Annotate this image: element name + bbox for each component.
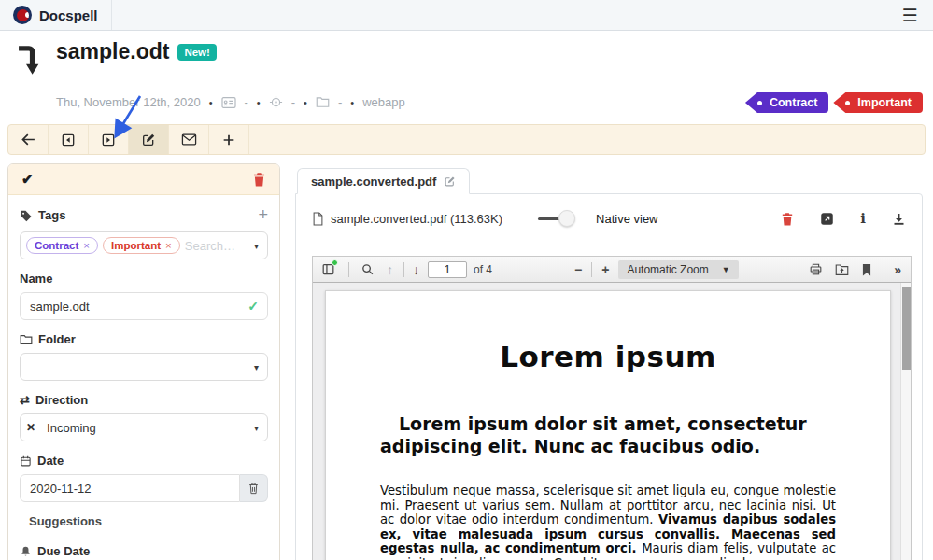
native-view-toggle[interactable]	[538, 210, 581, 227]
info-icon[interactable]: i	[860, 210, 866, 227]
remove-tag-icon[interactable]: ×	[165, 240, 172, 251]
date-input-group	[20, 474, 268, 502]
zoom-out-icon[interactable]: −	[574, 262, 582, 277]
open-file-icon[interactable]	[835, 263, 849, 276]
open-external-icon[interactable]	[820, 212, 834, 226]
attachment-tab[interactable]: sample.converted.pdf	[297, 168, 470, 194]
bookmark-icon[interactable]	[861, 263, 872, 276]
bullet-separator: •	[257, 97, 261, 108]
page-up-icon[interactable]: ↑	[387, 262, 393, 277]
download-icon[interactable]	[892, 212, 906, 226]
page-count-label: of 4	[474, 263, 492, 276]
edit-metadata-panel: ✔ Tags + Contract× Important× ▾	[7, 163, 280, 560]
crosshair-icon	[269, 95, 283, 109]
source-value: webapp	[362, 95, 405, 109]
chevron-down-icon: ▼	[722, 265, 730, 274]
address-card-icon	[221, 96, 236, 109]
print-icon[interactable]	[809, 262, 823, 276]
item-header: sample.odt New! Thu, November 12th, 2020…	[0, 32, 933, 93]
delete-item-icon[interactable]	[252, 172, 266, 187]
direction-field-label: ⇄ Direction	[20, 393, 268, 407]
attachment-file-label: sample.converted.pdf (113.63K)	[331, 212, 502, 226]
remove-tag-icon[interactable]: ×	[83, 240, 90, 251]
edit-name-icon[interactable]	[444, 175, 456, 188]
direction-select[interactable]: ✕ Incoming ▾	[20, 413, 268, 441]
native-view-label: Native view	[596, 212, 657, 226]
bullet-separator: •	[304, 97, 307, 108]
chevron-down-icon[interactable]: ▾	[254, 423, 259, 433]
level-down-icon	[13, 41, 45, 78]
more-tools-icon[interactable]: »	[894, 262, 901, 277]
bullet-separator: •	[350, 97, 354, 108]
pdf-doc-paragraph: Vestibulum neque massa, scelerisque sit …	[380, 483, 836, 560]
attachment-tab-label: sample.converted.pdf	[311, 175, 436, 189]
top-navbar: Docspell ☰	[0, 0, 933, 31]
hamburger-menu-icon[interactable]: ☰	[896, 5, 924, 26]
direction-value: Incoming	[47, 421, 96, 435]
zoom-select-value: Automatic Zoom	[627, 263, 708, 276]
zoom-in-icon[interactable]: +	[601, 262, 609, 277]
folder-field-label: Folder	[20, 332, 268, 346]
docspell-app: Docspell ☰ sample.odt New! Thu, November…	[0, 0, 933, 560]
pdf-scroll-area[interactable]: Lorem ipsum Lorem ipsum dolor sit amet, …	[313, 283, 911, 560]
due-date-field-label: Due Date	[20, 544, 268, 558]
brand-name: Docspell	[39, 7, 98, 23]
name-input-wrap: ✓	[20, 292, 268, 320]
mail-item-button[interactable]	[169, 125, 209, 154]
date-input[interactable]	[30, 482, 230, 496]
item-title: sample.odt	[56, 39, 169, 64]
folder-select[interactable]: ▾	[20, 353, 268, 381]
date-field-label: Date	[20, 454, 268, 468]
zoom-select[interactable]: Automatic Zoom ▼	[618, 260, 738, 279]
suggestions-heading: Suggestions	[29, 514, 268, 528]
new-badge: New!	[177, 44, 216, 61]
tag-search-input[interactable]	[185, 239, 247, 253]
clear-date-button[interactable]	[240, 474, 268, 502]
name-input[interactable]	[30, 300, 241, 314]
edit-panel-header: ✔	[8, 164, 279, 195]
page-number-input[interactable]	[428, 261, 467, 278]
pdf-doc-title: Lorem ipsum	[326, 340, 890, 373]
item-action-toolbar	[7, 124, 926, 155]
brand[interactable]: Docspell	[0, 0, 112, 30]
file-icon	[312, 212, 324, 226]
folder-value: -	[338, 95, 342, 109]
correspondent-value: -	[245, 95, 248, 109]
item-date: Thu, November 12th, 2020	[56, 95, 201, 109]
edit-item-button[interactable]	[129, 125, 169, 154]
confirm-check-icon[interactable]: ✔	[21, 171, 34, 188]
name-field-label: Name	[20, 272, 268, 286]
next-item-button[interactable]	[89, 125, 129, 154]
pdf-scrollbar[interactable]	[900, 283, 911, 560]
page-down-icon[interactable]: ↓	[413, 262, 419, 277]
folder-icon	[316, 96, 330, 108]
tags-multiselect[interactable]: Contract× Important× ▾	[20, 231, 268, 259]
clear-direction-icon[interactable]: ✕	[26, 421, 35, 434]
sidebar-toggle-icon[interactable]	[321, 262, 335, 276]
tag-ribbons: Contract Important	[745, 92, 923, 113]
prev-item-button[interactable]	[49, 125, 89, 154]
pdf-doc-subtitle: Lorem ipsum dolor sit amet, consectetur …	[380, 413, 836, 457]
saved-check-icon: ✓	[247, 299, 259, 314]
tags-field-label: Tags +	[20, 205, 268, 225]
tag-chip-important[interactable]: Important×	[103, 237, 180, 254]
tag-chip-contract[interactable]: Contract×	[26, 237, 98, 254]
concerning-value: -	[291, 95, 295, 109]
delete-attachment-icon[interactable]	[781, 212, 794, 226]
add-files-button[interactable]	[209, 125, 249, 154]
pdf-toolbar: ↑ ↓ of 4 − + Automatic Zoom ▼	[313, 257, 911, 283]
search-icon[interactable]	[360, 262, 375, 276]
add-tag-icon[interactable]: +	[258, 205, 268, 225]
bullet-separator: •	[209, 97, 213, 108]
chevron-down-icon[interactable]: ▾	[254, 362, 259, 372]
tag-ribbon-contract[interactable]: Contract	[745, 92, 828, 113]
attachment-file-row: sample.converted.pdf (113.63K) Native vi…	[296, 194, 922, 243]
chevron-down-icon[interactable]: ▾	[254, 241, 259, 251]
back-button[interactable]	[8, 125, 49, 154]
item-meta-row: Thu, November 12th, 2020 • - • - •	[56, 95, 405, 109]
pdf-scrollbar-thumb[interactable]	[902, 287, 911, 370]
attachment-panel: sample.converted.pdf (113.63K) Native vi…	[295, 193, 923, 560]
docspell-logo-icon	[13, 6, 32, 24]
pdf-page: Lorem ipsum Lorem ipsum dolor sit amet, …	[325, 290, 891, 560]
tag-ribbon-important[interactable]: Important	[833, 92, 923, 113]
